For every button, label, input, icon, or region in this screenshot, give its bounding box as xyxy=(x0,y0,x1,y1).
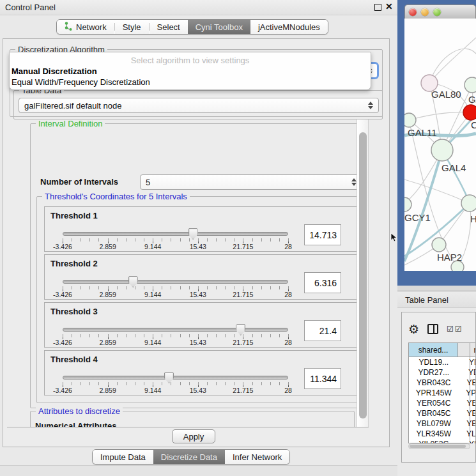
tick-label: -3.426 xyxy=(53,387,72,394)
tab-label: Infer Network xyxy=(233,452,282,462)
cell-name[interactable]: YBL079W xyxy=(459,418,476,429)
table-horizontal-scrollbar[interactable] xyxy=(408,443,470,449)
network-edge xyxy=(429,38,476,83)
tab-infer-network[interactable]: Infer Network xyxy=(225,450,289,464)
settings-scrollbar[interactable] xyxy=(357,119,369,427)
cell-name[interactable]: YLR345W xyxy=(459,429,476,439)
apply-button[interactable]: Apply xyxy=(172,429,215,443)
network-canvas[interactable]: GAL80GAGAL11CGAL4GCY1HHAP2 xyxy=(404,19,476,271)
cell-shared-name[interactable]: YBL079W xyxy=(409,418,459,429)
top-tab-bar: Network Style Select Cyni Toolbox jActiv… xyxy=(56,19,328,35)
close-traffic-light-icon[interactable] xyxy=(409,8,417,16)
combo-arrows-icon xyxy=(368,102,373,109)
column-header-shared-name[interactable]: shared... xyxy=(408,342,458,357)
cell-name[interactable]: YDL19... xyxy=(459,357,476,367)
table-row[interactable]: YBL079WYBL079W xyxy=(409,418,476,429)
cell-shared-name[interactable]: YBR043C xyxy=(409,378,459,388)
tab-impute-data[interactable]: Impute Data xyxy=(93,450,153,464)
cell-shared-name[interactable]: YPR145W xyxy=(409,388,459,398)
tab-select[interactable]: Select xyxy=(150,20,188,34)
table-row[interactable]: YPR145WYPR145W xyxy=(409,388,476,398)
threshold-3-slider[interactable] xyxy=(63,328,288,332)
cell-name[interactable]: YBR043C xyxy=(459,378,476,388)
table-row[interactable]: YDL19...YDL19... xyxy=(409,357,476,367)
tick-label: 21.715 xyxy=(233,291,253,298)
network-node-label: C xyxy=(471,119,476,130)
network-node[interactable] xyxy=(464,77,476,93)
float-window-icon[interactable] xyxy=(374,4,381,11)
gear-icon[interactable]: ⚙ xyxy=(408,323,419,335)
network-node[interactable] xyxy=(432,238,446,252)
panel-divider[interactable] xyxy=(397,286,476,291)
scrollbar-thumb[interactable] xyxy=(410,445,466,448)
zoom-traffic-light-icon[interactable] xyxy=(433,8,441,16)
threshold-label: Threshold 3 xyxy=(50,307,98,316)
threshold-2-slider[interactable] xyxy=(63,280,288,284)
close-icon[interactable]: ✕ xyxy=(385,1,393,12)
network-node[interactable] xyxy=(431,139,453,161)
tick-label: 21.715 xyxy=(233,387,253,394)
table-row[interactable]: YBR045CYBR045C xyxy=(409,408,476,418)
network-node-label: GAL4 xyxy=(441,162,466,173)
threshold-3-value-field[interactable]: 21.4 xyxy=(304,320,341,341)
threshold-1-value-field[interactable]: 14.713 xyxy=(304,224,341,245)
table-row[interactable]: YLR345WYLR345W xyxy=(409,429,476,439)
network-node[interactable] xyxy=(404,197,411,211)
tab-network[interactable]: Network xyxy=(57,20,114,34)
table-panel-titlebar: Table Panel xyxy=(397,291,476,308)
threshold-4-slider[interactable] xyxy=(63,376,288,380)
column-header-name[interactable]: name xyxy=(458,342,476,357)
checkbox-icon[interactable]: ☑ xyxy=(455,325,462,334)
window-title: Control Panel xyxy=(5,3,56,12)
threshold-2-value-field[interactable]: 6.316 xyxy=(304,272,341,293)
scrollbar-thumb[interactable] xyxy=(359,132,367,418)
popup-option-manual-discretization[interactable]: Manual Discretization xyxy=(12,66,97,76)
slider-tick-labels: -3.4262.8599.14415.4321.71528 xyxy=(63,339,288,346)
cell-shared-name[interactable]: YDR27... xyxy=(409,367,459,378)
tick-label: 28 xyxy=(284,339,292,346)
cell-shared-name[interactable]: YER054C xyxy=(409,398,459,408)
tab-style[interactable]: Style xyxy=(115,20,149,34)
control-panel-window: Control Panel ✕ Network Style xyxy=(0,0,397,476)
numerical-attributes-title: Numerical Attributes xyxy=(35,421,116,427)
table-rows[interactable]: YDL19...YDL19...YDR27...YDR27...YBR043CY… xyxy=(408,357,476,443)
checkbox-icon[interactable]: ☑ xyxy=(447,325,454,334)
threshold-1-slider[interactable] xyxy=(63,232,288,236)
settings-scroll-area: Interval Definition Number of Intervals … xyxy=(7,119,369,427)
minimize-traffic-light-icon[interactable] xyxy=(421,8,429,16)
network-node[interactable] xyxy=(463,105,476,120)
cell-name[interactable]: YDR27... xyxy=(459,367,476,378)
table-row[interactable]: YIL052CYIL052C xyxy=(409,439,476,443)
tab-jactivemnodules[interactable]: jActiveMNodules xyxy=(250,20,328,34)
tab-label: jActiveMNodules xyxy=(258,22,320,32)
split-pane-icon[interactable] xyxy=(427,324,438,334)
cell-name[interactable]: YPR145W xyxy=(459,388,476,398)
tick-label: 28 xyxy=(284,387,292,394)
cell-name[interactable]: YER054C xyxy=(459,398,476,408)
number-of-intervals-combobox[interactable]: 5 xyxy=(140,174,362,190)
number-of-intervals-label: Number of Intervals xyxy=(40,177,118,187)
table-row[interactable]: YDR27...YDR27... xyxy=(409,367,476,378)
table-row[interactable]: YBR043CYBR043C xyxy=(409,378,476,388)
network-node[interactable] xyxy=(404,113,416,127)
threshold-4-value-field[interactable]: 11.344 xyxy=(304,368,341,389)
cell-shared-name[interactable]: YDL19... xyxy=(409,357,459,367)
network-node[interactable] xyxy=(461,195,476,211)
table-data-combobox[interactable]: galFiltered.sif default node xyxy=(19,98,379,113)
cell-shared-name[interactable]: YIL052C xyxy=(409,439,459,443)
cyni-toolbox-panel: Discretization Algorithm Select algorith… xyxy=(3,38,390,447)
tick-label: 15.43 xyxy=(190,339,206,346)
cell-name[interactable]: YBR045C xyxy=(459,408,476,418)
network-node-label: GCY1 xyxy=(404,212,431,223)
cell-name[interactable]: YIL052C xyxy=(459,439,476,443)
table-panel-inner: ⚙ ☑ ☑ shared... name YDL19...YDL19...YDR… xyxy=(401,312,476,463)
tab-discretize-data[interactable]: Discretize Data xyxy=(153,450,225,464)
table-row[interactable]: YER054CYER054C xyxy=(409,398,476,408)
popup-option-equal-width-frequency[interactable]: Equal Width/Frequency Discretization xyxy=(12,77,150,87)
combo-arrows-icon xyxy=(351,178,357,186)
screen: Control Panel ✕ Network Style xyxy=(0,0,476,476)
cell-shared-name[interactable]: YLR345W xyxy=(409,429,459,439)
tab-cyni-toolbox[interactable]: Cyni Toolbox xyxy=(188,20,250,34)
cell-shared-name[interactable]: YBR045C xyxy=(409,408,459,418)
right-region: GAL80GAGAL11CGAL4GCY1HHAP2 Table Panel ⚙… xyxy=(397,0,476,476)
